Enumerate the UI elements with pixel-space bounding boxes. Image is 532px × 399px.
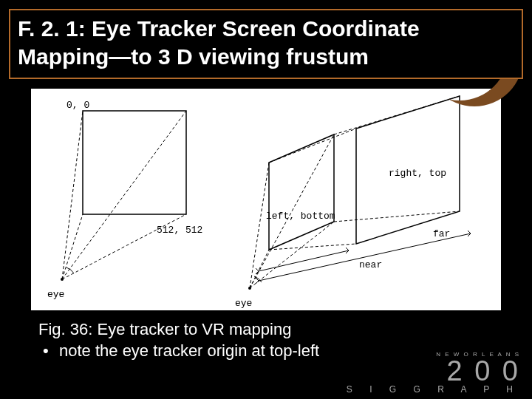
far-label: far — [433, 228, 450, 239]
svg-line-6 — [62, 111, 186, 279]
figure-panel: 0, 0 512, 512 eye — [31, 89, 501, 310]
svg-line-14 — [250, 250, 269, 288]
bullet-icon: • — [43, 341, 49, 362]
caption-bullet-text: note the eye tracker origin at top-left — [59, 341, 319, 360]
slide-title: F. 2. 1: Eye Tracker Screen Coordinate M… — [18, 15, 514, 70]
right-top-label: right, top — [389, 168, 446, 179]
right-eye-label: eye — [235, 298, 252, 309]
svg-line-18 — [269, 244, 356, 250]
brand-year: 2 0 0 — [347, 358, 520, 384]
left-eye-label: eye — [47, 289, 64, 300]
footer-brand: N E W O R L E A N S 2 0 0 S I G G R A P … — [347, 351, 520, 395]
near-label: near — [359, 259, 382, 270]
origin-label: 0, 0 — [66, 100, 89, 111]
brand-name: S I G G R A P H — [347, 384, 520, 395]
caption-line: Fig. 36: Eye tracker to VR mapping — [38, 319, 517, 341]
right-diagram: right, top left, bottom near far eye — [235, 96, 471, 309]
left-bottom-label: left, bottom — [266, 211, 335, 222]
left-diagram: 0, 0 512, 512 eye — [47, 100, 202, 300]
svg-line-15 — [250, 222, 334, 288]
slide-title-box: F. 2. 1: Eye Tracker Screen Coordinate M… — [9, 9, 523, 79]
svg-line-20 — [259, 250, 349, 271]
svg-rect-3 — [83, 111, 186, 214]
svg-line-7 — [62, 214, 83, 279]
svg-line-5 — [62, 111, 83, 279]
extent-label: 512, 512 — [157, 225, 202, 236]
svg-line-19 — [334, 211, 460, 222]
